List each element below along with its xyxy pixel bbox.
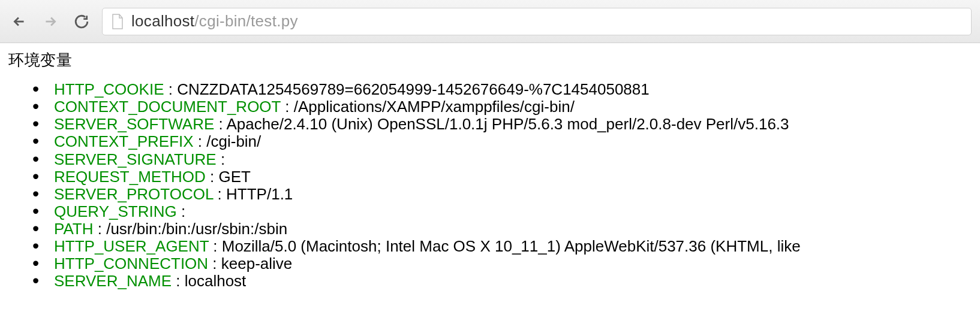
list-item: REQUEST_METHOD : GET	[32, 168, 975, 186]
forward-button[interactable]	[40, 11, 61, 32]
env-key: SERVER_PROTOCOL	[54, 185, 213, 203]
list-item: QUERY_STRING :	[32, 203, 975, 220]
env-key: HTTP_COOKIE	[54, 80, 164, 98]
env-var-list: HTTP_COOKIE : CNZZDATA1254569789=6620549…	[8, 81, 975, 290]
address-bar[interactable]: localhost/cgi-bin/test.py	[102, 8, 972, 35]
list-item: HTTP_CONNECTION : keep-alive	[32, 255, 975, 272]
reload-button[interactable]	[71, 11, 92, 32]
env-separator: :	[172, 272, 185, 290]
env-separator: :	[217, 150, 225, 168]
env-key: HTTP_USER_AGENT	[54, 237, 209, 255]
list-item: SERVER_PROTOCOL : HTTP/1.1	[32, 186, 975, 203]
url-text: localhost/cgi-bin/test.py	[131, 12, 298, 31]
env-separator: :	[209, 237, 222, 255]
env-key: REQUEST_METHOD	[54, 168, 206, 186]
list-item: SERVER_SOFTWARE : Apache/2.4.10 (Unix) O…	[32, 116, 975, 133]
env-key: SERVER_NAME	[54, 272, 172, 290]
env-value: CNZZDATA1254569789=662054999-1452676649-…	[177, 80, 650, 98]
browser-toolbar: localhost/cgi-bin/test.py	[0, 0, 980, 43]
env-separator: :	[93, 220, 106, 238]
env-key: CONTEXT_PREFIX	[54, 132, 194, 150]
arrow-left-icon	[11, 14, 27, 29]
list-item: CONTEXT_DOCUMENT_ROOT : /Applications/XA…	[32, 98, 975, 116]
env-separator: :	[206, 168, 219, 186]
page-title: 环境变量	[8, 52, 975, 69]
env-key: CONTEXT_DOCUMENT_ROOT	[54, 98, 281, 116]
page-content: 环境变量 HTTP_COOKIE : CNZZDATA1254569789=66…	[0, 43, 980, 290]
env-separator: :	[194, 132, 207, 150]
env-key: PATH	[54, 220, 93, 238]
page-icon	[111, 13, 124, 30]
list-item: SERVER_SIGNATURE :	[32, 151, 975, 168]
list-item: CONTEXT_PREFIX : /cgi-bin/	[32, 133, 975, 150]
env-value: GET	[218, 168, 250, 186]
env-separator: :	[281, 98, 294, 116]
env-value: /cgi-bin/	[206, 132, 261, 150]
env-separator: :	[208, 255, 221, 272]
reload-icon	[74, 14, 89, 29]
env-separator: :	[164, 80, 177, 98]
env-value: /usr/bin:/bin:/usr/sbin:/sbin	[106, 220, 287, 238]
env-separator: :	[213, 185, 226, 203]
env-value: keep-alive	[221, 255, 293, 272]
url-path: /cgi-bin/test.py	[194, 12, 297, 30]
env-separator: :	[214, 115, 226, 133]
env-key: QUERY_STRING	[54, 202, 177, 220]
env-value: HTTP/1.1	[226, 185, 293, 203]
env-separator: :	[177, 202, 185, 220]
url-host: localhost	[131, 12, 194, 30]
list-item: HTTP_COOKIE : CNZZDATA1254569789=6620549…	[32, 81, 975, 98]
list-item: SERVER_NAME : localhost	[32, 272, 975, 290]
env-value: localhost	[185, 272, 246, 290]
env-value: /Applications/XAMPP/xamppfiles/cgi-bin/	[294, 98, 575, 116]
env-key: HTTP_CONNECTION	[54, 255, 208, 272]
back-button[interactable]	[8, 11, 30, 32]
env-value: Mozilla/5.0 (Macintosh; Intel Mac OS X 1…	[222, 237, 801, 255]
env-value: Apache/2.4.10 (Unix) OpenSSL/1.0.1j PHP/…	[227, 115, 789, 133]
env-key: SERVER_SIGNATURE	[54, 150, 217, 168]
env-key: SERVER_SOFTWARE	[54, 115, 214, 133]
list-item: HTTP_USER_AGENT : Mozilla/5.0 (Macintosh…	[32, 238, 975, 255]
arrow-right-icon	[43, 14, 58, 29]
list-item: PATH : /usr/bin:/bin:/usr/sbin:/sbin	[32, 220, 975, 238]
